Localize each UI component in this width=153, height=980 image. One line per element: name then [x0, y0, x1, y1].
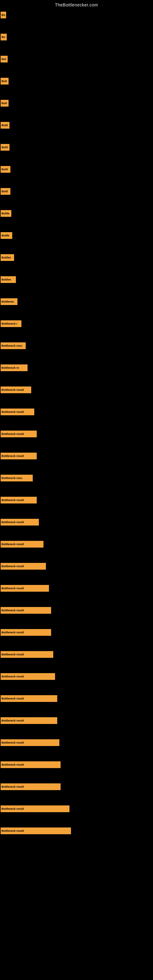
bottleneck-bar: Bottleneck result	[1, 607, 51, 614]
row-gap	[1, 747, 153, 761]
bar-label: Bottlen	[2, 278, 11, 281]
bar-label: Bottleneck result	[2, 388, 24, 391]
bottleneck-bar: Bottleneck re	[1, 364, 27, 371]
bottleneck-bar: Bottleneck result	[1, 739, 59, 746]
row-gap	[1, 328, 153, 342]
bar-row: Bottl	[1, 122, 153, 129]
bar-row: Bottleneck result	[1, 585, 153, 592]
row-gap	[1, 725, 153, 739]
bar-row: Bottleneck result	[1, 387, 153, 393]
row-gap	[1, 416, 153, 431]
row-gap	[1, 482, 153, 497]
bottleneck-bar: Bottleneck result	[1, 519, 39, 525]
bar-row: Bottleneck resu	[1, 475, 153, 481]
bottleneck-bar: Bottleneck result	[1, 563, 46, 570]
bar-label: Bottleneck resu	[2, 344, 22, 347]
bar-row: Bottle	[1, 232, 153, 239]
bottleneck-bar: Bottlenec	[1, 298, 18, 305]
bottleneck-bar: Bottlen	[1, 254, 14, 261]
bar-label: Bottleneck result	[2, 653, 24, 656]
row-gap	[1, 283, 153, 298]
row-gap	[1, 19, 153, 34]
bottleneck-bar: Bottleneck result	[1, 673, 55, 680]
bottleneck-bar: Bottleneck result	[1, 827, 71, 834]
bar-row: Bottleneck result	[1, 431, 153, 438]
bottleneck-bar: Bottleneck result	[1, 387, 31, 393]
bar-row: Bo	[1, 34, 153, 40]
bar-row: Bottleneck result	[1, 651, 153, 658]
bar-label: Bottleneck result	[2, 520, 24, 524]
bar-row: Bottlen	[1, 254, 153, 261]
row-gap	[1, 813, 153, 827]
bar-label: Bo	[2, 13, 5, 16]
row-gap	[1, 460, 153, 475]
bar-row: Bottleneck result	[1, 607, 153, 614]
bottleneck-bar: Bottleneck result	[1, 651, 53, 658]
bar-label: Bottleneck result	[2, 499, 24, 502]
bar-label: Bottleneck r	[2, 322, 18, 325]
bar-row: Bottleneck result	[1, 519, 153, 525]
row-gap	[1, 526, 153, 541]
bottleneck-bar: Bottleneck result	[1, 431, 37, 438]
row-gap	[1, 659, 153, 673]
bar-label: Bottleneck result	[2, 587, 24, 590]
bar-row: Bottleneck result	[1, 761, 153, 768]
bottleneck-bar: Bottleneck resu	[1, 342, 26, 349]
row-gap	[1, 196, 153, 210]
bar-row: Bottleneck result	[1, 563, 153, 570]
bar-row: Bottl	[1, 188, 153, 195]
bar-label: Bottlen	[2, 256, 11, 259]
bar-label: Bottl	[2, 190, 8, 193]
bottleneck-bar: Bottleneck result	[1, 695, 57, 702]
row-gap	[1, 791, 153, 805]
bar-row: Bottl	[1, 144, 153, 151]
bar-label: Bottleneck result	[2, 455, 24, 458]
row-gap	[1, 173, 153, 188]
bar-row: Bottleneck result	[1, 629, 153, 636]
bar-row: Bottlenec	[1, 298, 153, 305]
bar-label: Bottleneck result	[2, 433, 24, 436]
row-gap	[1, 240, 153, 254]
bar-row: Bottle	[1, 210, 153, 217]
bottleneck-bar: Bottleneck result	[1, 629, 51, 636]
bar-label: Bott	[2, 102, 7, 105]
row-gap	[1, 504, 153, 519]
bar-row: Bottleneck result	[1, 497, 153, 503]
row-gap	[1, 703, 153, 717]
bottleneck-bar: Bottleneck result	[1, 497, 37, 503]
bar-row: Bottlen	[1, 276, 153, 283]
bottleneck-bar: Bottleneck result	[1, 453, 37, 460]
bar-label: Bottleneck result	[2, 719, 24, 722]
bottleneck-bar: Bottleneck result	[1, 585, 49, 592]
row-gap	[1, 107, 153, 122]
bottleneck-bar: Bottleneck result	[1, 717, 57, 724]
bar-row: Bot	[1, 56, 153, 62]
bar-label: Bottleneck re	[2, 366, 19, 369]
bar-label: Bottle	[2, 212, 10, 215]
row-gap	[1, 372, 153, 387]
bottleneck-bar: Bott	[1, 100, 9, 107]
bar-label: Bottleneck result	[2, 609, 24, 612]
row-gap	[1, 438, 153, 453]
bar-row: Bottleneck result	[1, 783, 153, 790]
bottleneck-bar: Bottleneck result	[1, 783, 61, 790]
bar-row: Bottleneck result	[1, 805, 153, 812]
bottleneck-bar: Bottleneck resu	[1, 475, 33, 481]
row-gap	[1, 835, 153, 850]
bar-row: Bottleneck result	[1, 695, 153, 702]
row-gap	[1, 681, 153, 695]
bottleneck-bar: Bot	[1, 56, 8, 62]
bar-label: Bottl	[2, 124, 8, 127]
bar-row: Bottl	[1, 166, 153, 173]
row-gap	[1, 85, 153, 100]
bar-row: Bottleneck result	[1, 453, 153, 460]
bottleneck-bar: Bottle	[1, 210, 11, 217]
bar-label: Bot	[2, 57, 6, 60]
bar-row: Bo	[1, 12, 153, 18]
bar-label: Bottleneck result	[2, 631, 24, 634]
row-gap	[1, 350, 153, 364]
bar-label: Bo	[2, 35, 5, 38]
bottleneck-bar: Bottl	[1, 166, 10, 173]
bar-label: Bott	[2, 80, 7, 83]
row-gap	[1, 218, 153, 232]
